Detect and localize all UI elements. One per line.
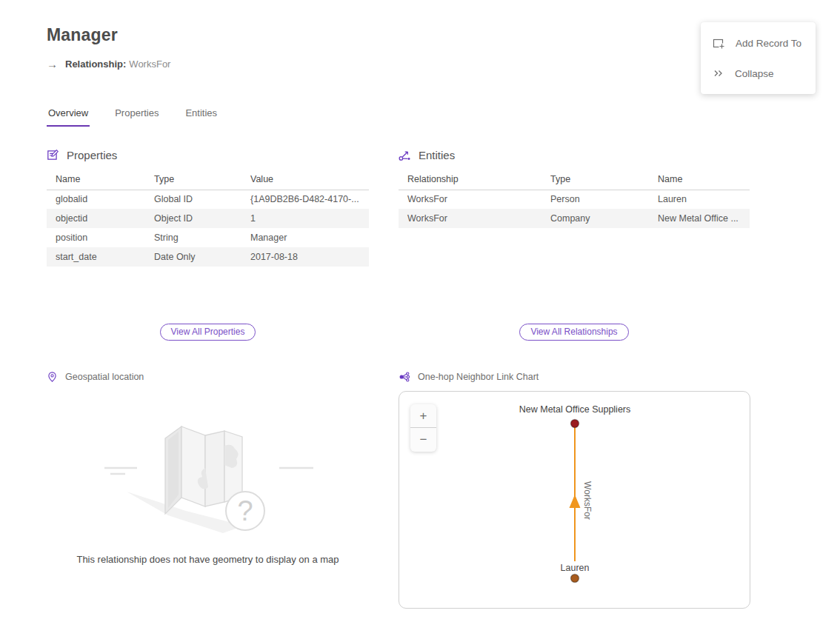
link-chart-icon [399,371,410,383]
cell-value: 2017-08-18 [241,247,369,267]
tab-bar: Overview Properties Entities [47,106,219,127]
cell-type: Person [541,190,649,209]
section-title: Entities [419,149,455,161]
zoom-in-button[interactable]: + [410,404,436,428]
link-chart-section-header: One-hop Neighbor Link Chart [399,369,750,385]
section-title: Properties [67,149,117,161]
column-header: Relationship [399,169,541,190]
relationship-value: WorksFor [129,58,170,70]
node-company[interactable] [571,420,579,428]
edge-arrow [570,495,581,508]
table-row: WorksFor Person Lauren [399,190,750,209]
relationship-arrow-icon: → [47,58,58,70]
cell-type: Company [541,209,649,228]
entities-section-header: Entities [399,147,750,163]
svg-text:?: ? [237,495,253,526]
view-all-properties-button[interactable]: View All Properties [160,324,256,341]
node-person[interactable] [571,575,579,583]
cell-relationship: WorksFor [399,209,541,228]
cell-value: Manager [241,228,369,247]
cell-type: Date Only [145,247,241,267]
map-placeholder-illustration: ? [97,416,319,542]
cell-name: start_date [47,247,145,267]
table-row: globalid Global ID {1A9DB2B6-D482-4170-.… [47,190,369,209]
tab-overview[interactable]: Overview [47,106,90,127]
table-row: objectid Object ID 1 [47,209,369,228]
properties-section: Properties Name Type Value globalid Glob… [47,147,369,341]
entities-icon [399,149,411,161]
record-detail-page: Manager → Relationship:WorksFor Add Reco… [0,0,840,639]
map-pin-icon [47,371,58,383]
table-row: start_date Date Only 2017-08-18 [47,247,369,267]
section-title: One-hop Neighbor Link Chart [418,372,539,382]
context-menu: Add Record To Collapse [701,22,816,94]
entities-section: Entities Relationship Type Name WorksFor… [399,147,750,341]
properties-section-header: Properties [47,147,369,163]
column-header: Value [241,169,369,190]
map-placeholder: ? [47,416,369,545]
node-label-bottom: Lauren [561,563,590,573]
cell-name: objectid [47,209,145,228]
table-row: position String Manager [47,228,369,247]
cell-name: position [47,228,145,247]
section-title: Geospatial location [65,372,144,382]
menu-item-add-record-to[interactable]: Add Record To [701,28,816,58]
column-header: Type [145,169,241,190]
tab-entities[interactable]: Entities [184,106,219,127]
geospatial-empty-message: This relationship does not have geometry… [47,554,369,565]
properties-icon [47,149,59,161]
menu-item-label: Collapse [735,68,774,79]
cell-value: 1 [241,209,369,228]
column-header: Type [541,169,649,190]
collapse-icon [713,67,724,79]
relationship-label: Relationship:WorksFor [65,58,170,70]
link-chart-graph: WorksFor New Metal Office Suppliers Laur… [399,392,750,608]
node-label-top: New Metal Office Suppliers [519,404,631,415]
cell-type: Object ID [145,209,241,228]
tab-properties[interactable]: Properties [113,106,160,127]
column-header: Name [649,169,750,190]
cell-name: globalid [47,190,145,209]
entity-link[interactable]: Lauren [649,190,750,209]
link-chart-canvas[interactable]: + − WorksFor New Metal Office Suppliers … [399,391,750,609]
breadcrumb: → Relationship:WorksFor [47,58,170,70]
entity-link[interactable]: New Metal Office ... [649,209,750,228]
cell-relationship: WorksFor [399,190,541,209]
cell-type: String [145,228,241,247]
properties-table: Name Type Value globalid Global ID {1A9D… [47,169,369,267]
geospatial-section-header: Geospatial location [47,369,369,385]
table-row: WorksFor Company New Metal Office ... [399,209,750,228]
menu-item-label: Add Record To [736,38,801,49]
edge-label: WorksFor [582,481,593,520]
zoom-out-button[interactable]: − [410,428,436,452]
entities-table: Relationship Type Name WorksFor Person L… [399,169,750,228]
view-all-relationships-button[interactable]: View All Relationships [519,324,628,341]
table-header-row: Relationship Type Name [399,169,750,190]
geospatial-section: Geospatial location ? This relationship … [47,369,369,565]
cell-value: {1A9DB2B6-D482-4170-... [241,190,369,209]
cell-type: Global ID [145,190,241,209]
link-chart-section: One-hop Neighbor Link Chart + − WorksFor… [399,369,750,609]
add-record-icon [713,37,725,50]
table-header-row: Name Type Value [47,169,369,190]
column-header: Name [47,169,145,190]
zoom-control: + − [410,404,436,452]
page-title: Manager [47,25,118,45]
menu-item-collapse[interactable]: Collapse [701,58,816,88]
